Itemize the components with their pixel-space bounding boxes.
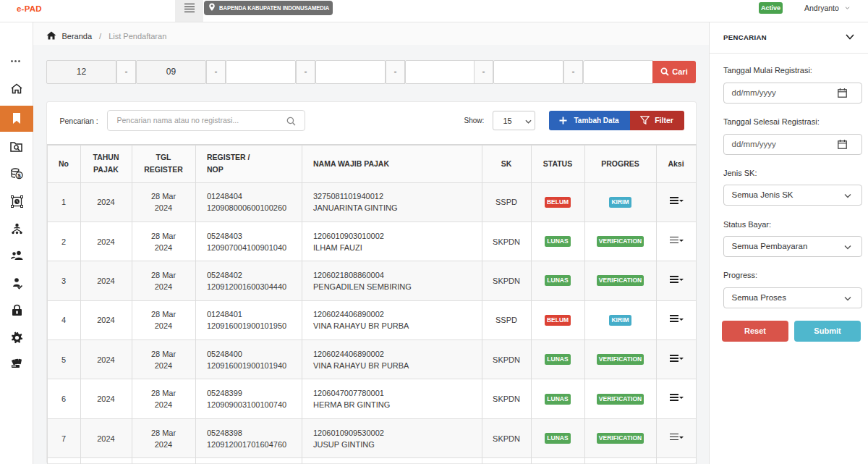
svg-text:$: $ [17, 172, 21, 179]
